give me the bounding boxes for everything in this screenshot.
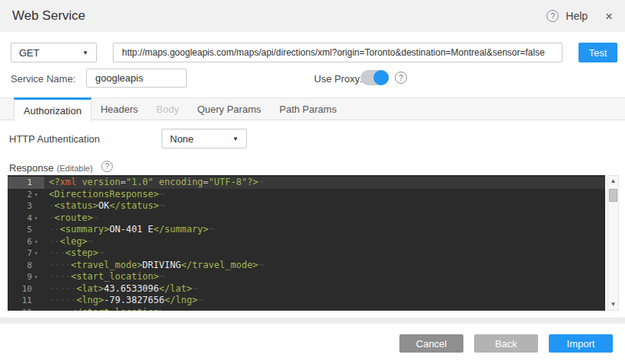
response-help-icon[interactable]: ? <box>101 161 113 172</box>
line-number: 12 <box>8 307 44 311</box>
code-text[interactable]: ·····<lng>-79.3827656</lng>¬ <box>44 295 605 307</box>
proxy-help-icon[interactable]: ? <box>395 72 407 84</box>
editor-line-9[interactable]: 9▾····<start_location>¬ <box>8 271 605 283</box>
editor-line-7[interactable]: 7▾···<step>¬ <box>8 247 605 260</box>
http-method-value: GET <box>19 47 40 59</box>
editor-line-6[interactable]: 6▾··<leg>¬ <box>8 236 605 248</box>
fold-arrow-icon[interactable]: ▾ <box>34 247 41 260</box>
line-number: 3 <box>8 200 44 212</box>
line-number: 7▾ <box>8 247 44 260</box>
editor-line-1[interactable]: 1<?xml version="1.0" encoding="UTF-8"?>¬ <box>8 177 605 189</box>
line-number: 11 <box>8 295 44 307</box>
code-text[interactable]: ····<travel_mode>DRIVING</travel_mode>¬ <box>44 260 605 272</box>
code-text[interactable]: ··<summary>ON-401 E</summary>¬ <box>44 224 605 236</box>
dialog-header: Web Service ? Help × <box>0 0 625 32</box>
editor-line-10[interactable]: 10·····<lat>43.6533096</lat>¬ <box>8 283 605 295</box>
code-text[interactable]: ·<route>¬ <box>44 212 605 225</box>
use-proxy-toggle[interactable] <box>361 70 389 85</box>
response-label: Response (Editable) <box>9 162 93 174</box>
chevron-down-icon: ▼ <box>232 136 239 142</box>
tab-headers[interactable]: Headers <box>91 98 147 120</box>
http-authentication-label: HTTP Authentication <box>9 133 100 145</box>
http-authentication-value: None <box>170 133 194 145</box>
help-icon[interactable]: ? <box>546 10 559 22</box>
code-text[interactable]: ····</start_location>¬ <box>44 307 605 311</box>
code-text[interactable]: <DirectionsResponse>¬ <box>44 189 605 201</box>
line-number: 10 <box>8 283 44 295</box>
editor-line-4[interactable]: 4▾·<route>¬ <box>8 212 605 225</box>
fold-arrow-icon[interactable]: ▾ <box>34 271 41 283</box>
service-name-input[interactable] <box>86 69 187 88</box>
editor-line-11[interactable]: 11·····<lng>-79.3827656</lng>¬ <box>8 295 605 307</box>
editor-vertical-scrollbar[interactable]: ▲ ▼ <box>607 175 619 311</box>
footer-divider <box>0 318 625 324</box>
editor-line-3[interactable]: 3·<status>OK</status>¬ <box>8 200 605 212</box>
tab-path-params[interactable]: Path Params <box>270 98 345 120</box>
http-method-select[interactable]: GET ▼ <box>11 43 97 62</box>
help-link[interactable]: Help <box>566 10 588 22</box>
fold-arrow-icon[interactable]: ▾ <box>34 189 41 201</box>
response-label-text: Response <box>9 162 54 174</box>
code-text[interactable]: <?xml version="1.0" encoding="UTF-8"?>¬ <box>44 177 605 189</box>
cancel-button[interactable]: Cancel <box>399 334 463 353</box>
page-title: Web Service <box>12 8 85 24</box>
code-text[interactable]: ···<step>¬ <box>44 247 605 260</box>
import-button[interactable]: Import <box>549 334 613 353</box>
editor-line-12[interactable]: 12····</start_location>¬ <box>8 307 605 311</box>
fold-arrow-icon[interactable]: ▾ <box>34 236 41 248</box>
editor-line-2[interactable]: 2▾<DirectionsResponse>¬ <box>8 189 605 201</box>
http-authentication-select[interactable]: None ▼ <box>162 129 247 148</box>
test-button[interactable]: Test <box>579 43 617 62</box>
response-code-editor[interactable]: 1<?xml version="1.0" encoding="UTF-8"?>¬… <box>8 175 605 311</box>
scroll-down-icon[interactable]: ▼ <box>611 299 617 310</box>
line-number: 2▾ <box>8 189 44 201</box>
line-number: 4▾ <box>8 212 44 225</box>
scrollbar-thumb[interactable] <box>609 189 617 202</box>
fold-arrow-icon[interactable]: ▾ <box>34 212 41 225</box>
line-number: 5 <box>8 224 44 236</box>
line-number: 9▾ <box>8 271 44 283</box>
scroll-up-icon[interactable]: ▲ <box>611 176 617 187</box>
tab-authorization[interactable]: Authorization <box>14 97 91 122</box>
use-proxy-label: Use Proxy: <box>314 73 363 85</box>
line-number: 1 <box>8 177 44 189</box>
line-number: 6▾ <box>8 236 44 248</box>
code-text[interactable]: ····<start_location>¬ <box>44 271 605 283</box>
tab-query-params[interactable]: Query Params <box>188 98 271 120</box>
tab-body: Body <box>147 98 188 120</box>
service-name-label: Service Name: <box>11 73 75 85</box>
toggle-knob-icon <box>373 70 389 85</box>
web-service-dialog: Web Service ? Help × GET ▼ Test Service … <box>0 0 625 364</box>
code-text[interactable]: ·····<lat>43.6533096</lat>¬ <box>44 283 605 295</box>
editor-line-5[interactable]: 5··<summary>ON-401 E</summary>¬ <box>8 224 605 236</box>
editor-line-8[interactable]: 8····<travel_mode>DRIVING</travel_mode>¬ <box>8 260 605 272</box>
response-editable-label: (Editable) <box>57 164 93 173</box>
code-text[interactable]: ·<status>OK</status>¬ <box>44 200 605 212</box>
chevron-down-icon: ▼ <box>82 49 88 56</box>
close-icon[interactable]: × <box>605 10 613 23</box>
code-text[interactable]: ··<leg>¬ <box>44 236 605 248</box>
line-number: 8 <box>8 260 44 272</box>
url-input[interactable] <box>113 43 562 62</box>
tab-bar: AuthorizationHeadersBodyQuery ParamsPath… <box>0 97 625 120</box>
back-button[interactable]: Back <box>474 334 538 353</box>
